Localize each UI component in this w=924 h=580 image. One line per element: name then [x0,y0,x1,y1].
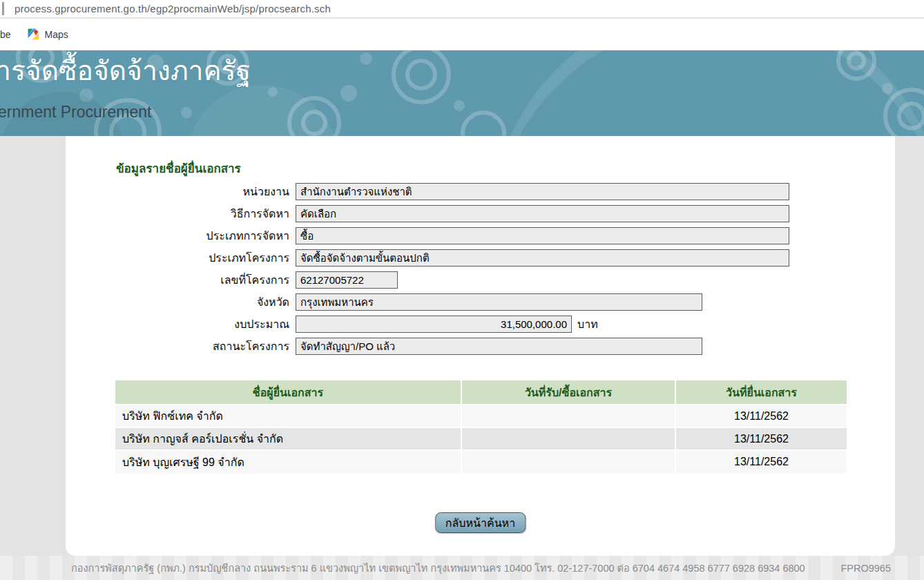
table-row: บริษัท กาญจส์ คอร์เปอเรชั่น จำกัด 13/11/… [115,427,847,450]
received-date-cell [461,450,675,473]
form-row-budget: งบประมาณ บาท [66,316,895,333]
submitter-name-cell: บริษัท บุญเศรษฐี 99 จำกัด [115,450,461,473]
field-label: งบประมาณ [66,316,296,333]
address-bar: process.gprocurement.go.th/egp2procmainW… [0,0,924,18]
submitters-table: ชื่อผู้ยื่นเอกสาร วันที่รับ/ซื้อเอกสาร ว… [115,380,847,473]
table-row: บริษัท ฟิกซ์เทค จำกัด 13/11/2562 [115,405,847,427]
content-card: ข้อมูลรายชื่อผู้ยื่นเอกสาร หน่วยงาน วิธี… [66,136,895,556]
procurement-method-field[interactable] [296,205,789,222]
field-label: ประเภทการจัดหา [66,227,296,244]
submitted-date-cell: 13/11/2562 [675,405,847,427]
column-header-received-date: วันที่รับ/ซื้อเอกสาร [461,380,675,405]
table-header-row: ชื่อผู้ยื่นเอกสาร วันที่รับ/ซื้อเอกสาร ว… [115,380,847,405]
field-label: สถานะโครงการ [66,338,296,355]
form-row-project-status: สถานะโครงการ [66,338,895,355]
budget-field[interactable] [296,316,572,333]
form-row-agency: หน่วยงาน [66,183,895,200]
page-footer: กองการพัสดุภาครัฐ (กพภ.) กรมบัญชีกลาง ถน… [0,556,924,580]
browser-window: process.gprocurement.go.th/egp2procmainW… [0,0,924,580]
budget-unit-label: บาท [577,316,598,333]
submitted-date-cell: 13/11/2562 [675,450,847,473]
bookmarks-bar: be Maps [0,19,924,50]
column-header-submitter-name: ชื่อผู้ยื่นเอกสาร [115,380,461,405]
section-title: ข้อมูลรายชื่อผู้ยื่นเอกสาร [116,159,241,177]
form-row-procurement-method: วิธีการจัดหา [66,205,895,222]
form-row-project-type: ประเภทโครงการ [66,249,895,267]
project-status-field[interactable] [296,338,702,355]
table-row: บริษัท บุญเศรษฐี 99 จำกัด 13/11/2562 [115,450,847,473]
received-date-cell [461,405,675,427]
project-number-field[interactable] [296,271,398,289]
project-detail-form: หน่วยงาน วิธีการจัดหา ประเภทการจัดหา ประ… [66,183,895,360]
field-label: เลขที่โครงการ [66,271,296,289]
field-label: หน่วยงาน [66,183,296,200]
tab-separator [2,2,4,15]
agency-field[interactable] [296,183,789,200]
back-to-search-button[interactable]: กลับหน้าค้นหา [435,512,526,533]
form-row-province: จังหวัด [66,293,895,311]
url-text[interactable]: process.gprocurement.go.th/egp2procmainW… [15,3,331,14]
footer-screen-code: FPRO9965 [840,563,891,574]
footer-address-text: กองการพัสดุภาครัฐ (กพภ.) กรมบัญชีกลาง ถน… [71,560,805,576]
banner-title-thai: ารจัดซื้อจัดจ้างภาครัฐ [0,53,251,90]
site-banner: ารจัดซื้อจัดจ้างภาครัฐ ernment Procureme… [0,50,924,136]
field-label: จังหวัด [66,293,296,311]
submitter-name-cell: บริษัท กาญจส์ คอร์เปอเรชั่น จำกัด [115,427,461,450]
project-type-field[interactable] [296,249,789,267]
field-label: ประเภทโครงการ [66,249,296,267]
bookmark-maps[interactable]: Maps [28,28,68,40]
province-field[interactable] [296,293,702,311]
form-row-project-number: เลขที่โครงการ [66,271,895,289]
banner-subtitle-english: ernment Procurement [0,103,151,122]
column-header-submitted-date: วันที่ยื่นเอกสาร [675,380,847,405]
submitter-name-cell: บริษัท ฟิกซ์เทค จำกัด [115,405,461,427]
form-row-procurement-type: ประเภทการจัดหา [66,227,895,244]
field-label: วิธีการจัดหา [66,205,296,222]
procurement-type-field[interactable] [296,227,789,244]
bookmark-maps-label: Maps [45,29,68,40]
submitted-date-cell: 13/11/2562 [675,427,847,450]
bookmark-partial[interactable]: be [0,29,11,40]
received-date-cell [461,427,675,450]
maps-icon [28,28,39,40]
